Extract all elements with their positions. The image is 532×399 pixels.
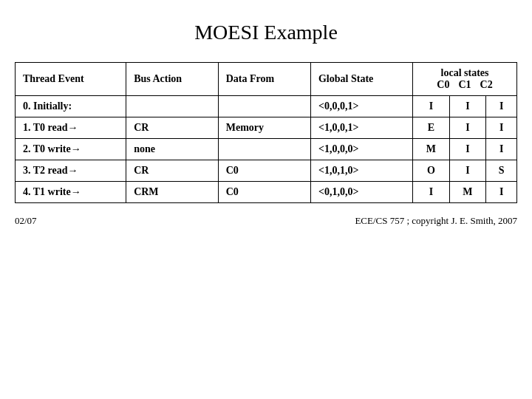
footer-left: 02/07 <box>15 215 37 227</box>
table-row: 2. T0 write→none<1,0,0,0>MII <box>16 139 517 160</box>
cell-data-from: C0 <box>218 182 310 203</box>
cell-bus-action: CR <box>126 117 219 139</box>
cell-c0: I <box>413 182 450 203</box>
cell-global-state: <1,0,0,1> <box>310 117 412 139</box>
col-header-c0: C0 <box>437 79 449 91</box>
cell-global-state: <0,0,0,1> <box>310 96 412 117</box>
table-row: 4. T1 write→CRMC0<0,1,0,0>IMI <box>16 182 517 203</box>
col-header-global-state: Global State <box>310 63 412 96</box>
cell-bus-action: CRM <box>126 182 219 203</box>
col-header-bus-action: Bus Action <box>126 63 219 96</box>
table-row: 3. T2 read→CRC0<1,0,1,0>OIS <box>16 160 517 182</box>
cell-c1: I <box>449 160 486 182</box>
cell-c2: I <box>486 96 517 117</box>
footer: 02/07 ECE/CS 757 ; copyright J. E. Smith… <box>15 215 517 227</box>
cell-c2: I <box>486 182 517 203</box>
cell-data-from <box>218 139 310 160</box>
cell-bus-action <box>126 96 219 117</box>
cell-global-state: <0,1,0,0> <box>310 182 412 203</box>
col-header-data-from: Data From <box>218 63 310 96</box>
cell-data-from <box>218 96 310 117</box>
cell-data-from: C0 <box>218 160 310 182</box>
cell-global-state: <1,0,0,0> <box>310 139 412 160</box>
cell-c0: I <box>413 96 450 117</box>
col-header-thread-event: Thread Event <box>16 63 126 96</box>
col-header-c1: C1 <box>458 79 471 91</box>
cell-thread-event: 2. T0 write→ <box>16 139 126 160</box>
cell-bus-action: none <box>126 139 219 160</box>
cell-thread-event: 0. Initially: <box>16 96 126 117</box>
moesi-table: Thread Event Bus Action Data From Global… <box>15 62 517 203</box>
footer-right: ECE/CS 757 ; copyright J. E. Smith, 2007 <box>355 215 517 227</box>
cell-thread-event: 1. T0 read→ <box>16 117 126 139</box>
table-row: 1. T0 read→CRMemory<1,0,0,1>EII <box>16 117 517 139</box>
cell-c2: S <box>486 160 517 182</box>
cell-c1: I <box>449 117 486 139</box>
col-header-c2: C2 <box>480 79 493 91</box>
cell-c1: I <box>449 139 486 160</box>
table-row: 0. Initially:<0,0,0,1>III <box>16 96 517 117</box>
cell-c2: I <box>486 117 517 139</box>
cell-c2: I <box>486 139 517 160</box>
table-container: Thread Event Bus Action Data From Global… <box>15 62 517 203</box>
cell-global-state: <1,0,1,0> <box>310 160 412 182</box>
page-title: MOESI Example <box>194 21 338 44</box>
cell-data-from: Memory <box>218 117 310 139</box>
cell-bus-action: CR <box>126 160 219 182</box>
col-header-local-states: local states C0 C1 C2 <box>413 63 517 96</box>
cell-thread-event: 4. T1 write→ <box>16 182 126 203</box>
cell-c1: M <box>449 182 486 203</box>
cell-c0: E <box>413 117 450 139</box>
cell-thread-event: 3. T2 read→ <box>16 160 126 182</box>
cell-c0: O <box>413 160 450 182</box>
cell-c0: M <box>413 139 450 160</box>
cell-c1: I <box>449 96 486 117</box>
